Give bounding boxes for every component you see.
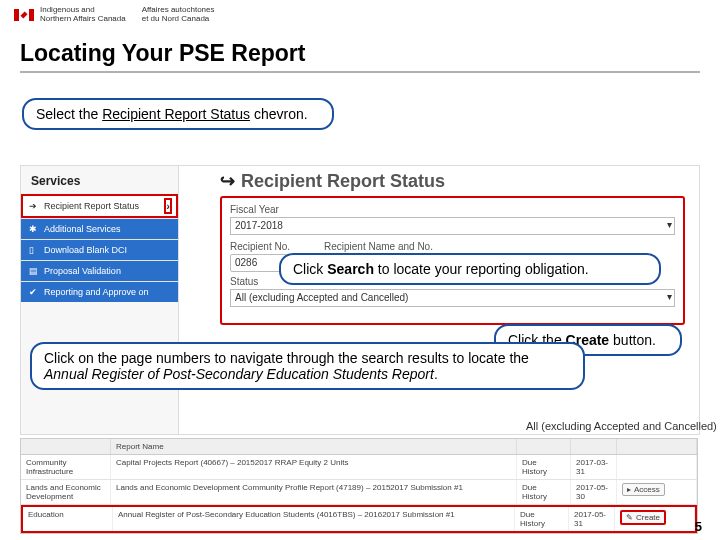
app-screenshot: Services ➔ Recipient Report Status › ✱ A… [20, 165, 700, 435]
table-row-highlighted[interactable]: Education Annual Register of Post-Second… [21, 505, 697, 533]
doc-icon: ▤ [29, 266, 39, 276]
status-select[interactable]: All (excluding Accepted and Cancelled)▾ [230, 289, 675, 307]
table-header: Report Name [21, 439, 697, 455]
sidebar-item-label: Reporting and Approve on [44, 287, 149, 297]
callout-page-numbers: Click on the page numbers to navigate th… [30, 342, 585, 390]
sidebar-item-recipient-report-status[interactable]: ➔ Recipient Report Status › [21, 194, 178, 218]
canada-flag-icon [14, 9, 34, 21]
chevron-right-icon[interactable]: › [164, 198, 172, 214]
callout-select-chevron: Select the Recipient Report Status chevr… [22, 98, 334, 130]
main-panel: ↪ Recipient Report Status Fiscal Year 20… [186, 166, 699, 329]
sidebar-item-label: Additional Services [44, 224, 121, 234]
search-summary: All (excluding Accepted and Cancelled) [526, 420, 717, 432]
table-row[interactable]: Lands and EconomicDevelopment Lands and … [21, 480, 697, 505]
sidebar-item-download-dci[interactable]: ▯ Download Blank DCI [21, 239, 178, 260]
gov-header: Indigenous andNorthern Affairs Canada Af… [0, 0, 720, 26]
recipient-no-label: Recipient No. [230, 241, 294, 252]
fiscal-year-select[interactable]: 2017-2018▾ [230, 217, 675, 235]
book-icon: ▯ [29, 245, 39, 255]
access-button[interactable]: ▸ Access [622, 483, 665, 496]
sidebar-item-label: Recipient Report Status [44, 201, 139, 211]
recipient-name-label: Recipient Name and No. [324, 241, 433, 252]
title-underline [20, 71, 700, 73]
results-table: Report Name CommunityInfrastructure Capi… [20, 438, 698, 534]
page-title: Locating Your PSE Report [0, 26, 720, 71]
sidebar: Services ➔ Recipient Report Status › ✱ A… [21, 166, 179, 434]
create-button[interactable]: ✎ Create [620, 510, 666, 525]
table-row[interactable]: CommunityInfrastructure Capital Projects… [21, 455, 697, 480]
sidebar-item-reporting[interactable]: ✔ Reporting and Approve on [21, 281, 178, 302]
sidebar-item-proposal-validation[interactable]: ▤ Proposal Validation [21, 260, 178, 281]
chevron-down-icon: ▾ [667, 219, 672, 230]
dept-fr: Affaires autochtoneset du Nord Canada [142, 6, 215, 24]
dept-en: Indigenous andNorthern Affairs Canada [40, 6, 126, 24]
sidebar-heading: Services [21, 166, 178, 194]
chevron-down-icon: ▾ [667, 291, 672, 302]
sidebar-item-label: Download Blank DCI [44, 245, 127, 255]
callout-click-search: Click Search to locate your reporting ob… [279, 253, 661, 285]
sidebar-item-additional-services[interactable]: ✱ Additional Services [21, 218, 178, 239]
arrow-icon: ➔ [29, 201, 39, 211]
page-number: 5 [695, 519, 702, 534]
sidebar-item-label: Proposal Validation [44, 266, 121, 276]
fiscal-year-label: Fiscal Year [230, 204, 675, 215]
panel-title: ↪ Recipient Report Status [220, 170, 691, 192]
check-icon: ✔ [29, 287, 39, 297]
grid-icon: ✱ [29, 224, 39, 234]
export-icon: ↪ [220, 170, 235, 192]
